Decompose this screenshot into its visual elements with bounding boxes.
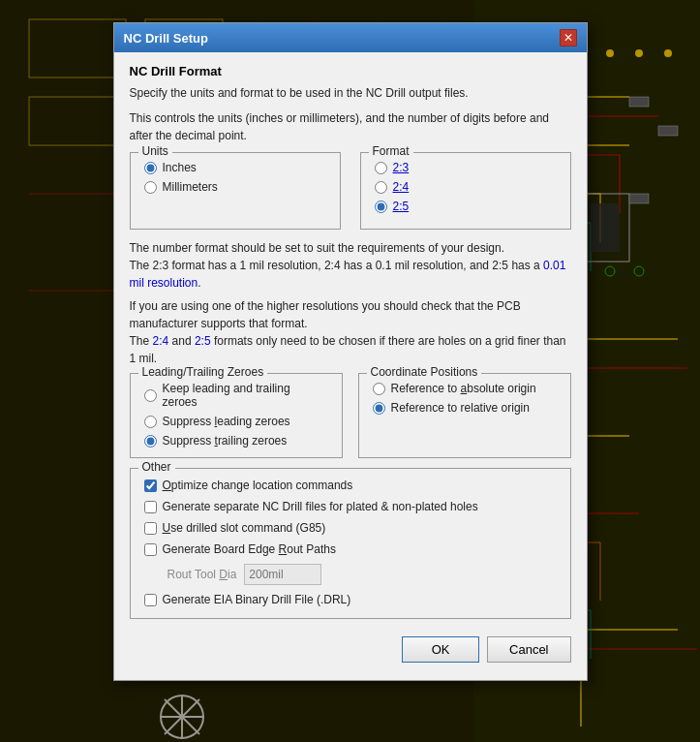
dialog-titlebar: NC Drill Setup ✕ — [114, 23, 587, 52]
radio-keep[interactable]: Keep leading and trailing zeroes — [144, 382, 328, 409]
svg-rect-17 — [658, 126, 678, 136]
svg-rect-13 — [591, 203, 620, 252]
radio-millimeters[interactable]: Millimeters — [144, 180, 326, 194]
rout-tool-row: Rout Tool Dia — [167, 564, 557, 585]
checkbox-eia-input[interactable] — [144, 594, 157, 606]
dialog-overlay: NC Drill Setup ✕ NC Drill Format Specify… — [113, 22, 588, 681]
dialog-body: NC Drill Format Specify the units and fo… — [114, 52, 587, 676]
checkbox-optimize-input[interactable] — [144, 479, 157, 492]
checkbox-optimize-label: Optimize change location commands — [163, 479, 353, 492]
checkbox-separate[interactable]: Generate separate NC Drill files for pla… — [144, 500, 557, 513]
checkbox-separate-input[interactable] — [144, 501, 157, 513]
checkbox-slot-input[interactable] — [144, 522, 157, 535]
svg-rect-16 — [629, 97, 649, 107]
info-text-1: The number format should be set to suit … — [130, 239, 571, 292]
radio-suppress-trailing[interactable]: Suppress trailing zeroes — [144, 434, 328, 448]
units-format-row: Units Inches Millimeters Format 2:3 — [130, 152, 571, 230]
checkbox-board-edge-label: Generate Board Edge Rout Paths — [163, 542, 336, 556]
radio-inches-label: Inches — [163, 161, 197, 174]
checkbox-board-edge[interactable]: Generate Board Edge Rout Paths — [144, 542, 557, 556]
radio-millimeters-label: Millimeters — [163, 180, 218, 194]
leading-trailing-label: Leading/Trailing Zeroes — [138, 365, 268, 379]
radio-f25[interactable]: 2:5 — [375, 200, 557, 213]
radio-f24-label: 2:4 — [393, 180, 410, 194]
svg-point-8 — [635, 49, 643, 57]
svg-point-9 — [664, 49, 672, 57]
checkbox-eia[interactable]: Generate EIA Binary Drill File (.DRL) — [144, 593, 557, 606]
section-title: NC Drill Format — [130, 64, 571, 78]
coordinate-positions-group: Coordinate Positions Reference to absolu… — [358, 373, 571, 458]
radio-f23-label: 2:3 — [393, 161, 410, 174]
svg-rect-18 — [629, 194, 649, 203]
dialog-title: NC Drill Setup — [124, 31, 208, 46]
button-row: OK Cancel — [130, 633, 571, 665]
radio-f23-input[interactable] — [375, 162, 387, 174]
description2: This controls the units (inches or milli… — [130, 109, 571, 144]
radio-f24-input[interactable] — [375, 181, 387, 194]
highlight-24: 2:4 — [153, 334, 169, 348]
radio-f25-input[interactable] — [375, 201, 387, 213]
dialog-close-button[interactable]: ✕ — [560, 29, 577, 46]
cancel-button[interactable]: Cancel — [487, 636, 570, 663]
radio-suppress-trailing-label: Suppress trailing zeroes — [163, 434, 288, 448]
info-text-2: If you are using one of the higher resol… — [130, 297, 571, 367]
svg-point-7 — [606, 49, 614, 57]
radio-relative-label: Reference to relative origin — [391, 401, 530, 415]
checkbox-slot-label: Use drilled slot command (G85) — [163, 521, 326, 535]
radio-inches[interactable]: Inches — [144, 161, 326, 174]
format-label: Format — [369, 144, 413, 158]
description1: Specify the units and format to be used … — [130, 84, 571, 102]
units-label: Units — [138, 144, 172, 158]
radio-absolute-input[interactable] — [373, 383, 385, 395]
radio-relative[interactable]: Reference to relative origin — [373, 401, 557, 415]
checkbox-separate-label: Generate separate NC Drill files for pla… — [163, 500, 478, 513]
checkbox-eia-label: Generate EIA Binary Drill File (.DRL) — [163, 593, 351, 606]
radio-inches-input[interactable] — [144, 162, 157, 174]
radio-keep-label: Keep leading and trailing zeroes — [163, 382, 328, 409]
checkbox-slot[interactable]: Use drilled slot command (G85) — [144, 521, 557, 535]
rout-tool-label: Rout Tool Dia — [167, 568, 237, 581]
radio-keep-input[interactable] — [144, 389, 157, 402]
format-group: Format 2:3 2:4 2:5 — [360, 152, 571, 230]
radio-relative-input[interactable] — [373, 402, 385, 415]
rout-tool-input[interactable] — [244, 564, 321, 585]
radio-suppress-leading[interactable]: Suppress leading zeroes — [144, 415, 328, 428]
radio-millimeters-input[interactable] — [144, 181, 157, 194]
leading-trailing-group: Leading/Trailing Zeroes Keep leading and… — [130, 373, 343, 458]
ok-button[interactable]: OK — [402, 636, 479, 663]
radio-suppress-leading-label: Suppress leading zeroes — [163, 415, 290, 428]
radio-f23[interactable]: 2:3 — [375, 161, 557, 174]
radio-absolute-label: Reference to absolute origin — [391, 382, 536, 395]
other-group: Other Optimize change location commands … — [130, 468, 571, 619]
checkbox-board-edge-input[interactable] — [144, 543, 157, 556]
radio-suppress-trailing-input[interactable] — [144, 435, 157, 448]
radio-suppress-leading-input[interactable] — [144, 416, 157, 428]
other-label: Other — [138, 460, 175, 474]
coordinate-positions-label: Coordinate Positions — [367, 365, 482, 379]
checkbox-optimize[interactable]: Optimize change location commands — [144, 479, 557, 492]
radio-f25-label: 2:5 — [393, 200, 410, 213]
nc-drill-setup-dialog: NC Drill Setup ✕ NC Drill Format Specify… — [113, 22, 588, 681]
units-group: Units Inches Millimeters — [130, 152, 341, 230]
highlight-001: 0.01 mil resolution — [130, 259, 566, 290]
radio-f24[interactable]: 2:4 — [375, 180, 557, 194]
radio-absolute[interactable]: Reference to absolute origin — [373, 382, 557, 395]
highlight-25: 2:5 — [195, 334, 211, 348]
ltz-coord-row: Leading/Trailing Zeroes Keep leading and… — [130, 373, 571, 458]
